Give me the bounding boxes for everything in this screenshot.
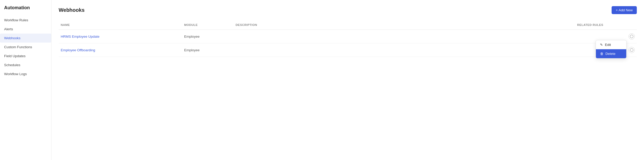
table-header: NAME MODULE DESCRIPTION RELATED RULES [59, 20, 637, 30]
delete-icon: 🗑 [600, 52, 603, 56]
sidebar-title: Automation [0, 5, 51, 16]
table-row: HRMS Employee UpdateEmployee✎Edit🗑Delete [59, 30, 637, 43]
webhook-options-button-2[interactable] [629, 47, 635, 53]
sidebar-item-webhooks[interactable]: Webhooks [0, 34, 51, 43]
sidebar-item-workflow-logs[interactable]: Workflow Logs [0, 69, 51, 78]
column-header-actions [627, 22, 637, 27]
webhook-module-2: Employee [182, 47, 234, 53]
main-header: Webhooks + Add New [59, 6, 637, 14]
svg-point-1 [630, 48, 633, 52]
main-content: Webhooks + Add New NAME MODULE DESCRIPTI… [51, 0, 644, 160]
context-menu-delete[interactable]: 🗑Delete [596, 49, 626, 58]
webhook-name-2[interactable]: Employee Offboarding [59, 47, 182, 53]
webhook-related-rules-1 [575, 35, 627, 37]
sidebar-item-field-updates[interactable]: Field Updates [0, 52, 51, 61]
sidebar-item-workflow-rules[interactable]: Workflow Rules [0, 16, 51, 25]
webhooks-table: NAME MODULE DESCRIPTION RELATED RULES HR… [59, 20, 637, 57]
webhook-name-1[interactable]: HRMS Employee Update [59, 34, 182, 39]
edit-icon: ✎ [600, 43, 603, 47]
webhook-options-button-1[interactable] [629, 33, 635, 39]
sidebar: Automation Workflow RulesAlertsWebhooksC… [0, 0, 51, 160]
context-menu-edit[interactable]: ✎Edit [596, 40, 626, 49]
sidebar-item-schedules[interactable]: Schedules [0, 61, 51, 69]
sidebar-item-alerts[interactable]: Alerts [0, 25, 51, 34]
sidebar-item-custom-functions[interactable]: Custom Functions [0, 43, 51, 52]
table-row: Employee OffboardingEmployee [59, 43, 637, 57]
column-header-related-rules: RELATED RULES [575, 22, 627, 27]
edit-label: Edit [605, 43, 611, 47]
webhook-description-2 [234, 49, 575, 51]
webhook-options-cell-2 [627, 46, 637, 54]
column-header-description: DESCRIPTION [234, 22, 575, 27]
webhook-options-cell-1 [627, 32, 637, 41]
page-title: Webhooks [59, 7, 85, 13]
context-menu: ✎Edit🗑Delete [596, 40, 627, 58]
webhook-module-1: Employee [182, 34, 234, 39]
column-header-name: NAME [59, 22, 182, 27]
add-new-button[interactable]: + Add New [612, 6, 637, 14]
webhook-description-1 [234, 35, 575, 37]
delete-label: Delete [605, 52, 615, 56]
column-header-module: MODULE [182, 22, 234, 27]
svg-point-0 [630, 35, 633, 38]
